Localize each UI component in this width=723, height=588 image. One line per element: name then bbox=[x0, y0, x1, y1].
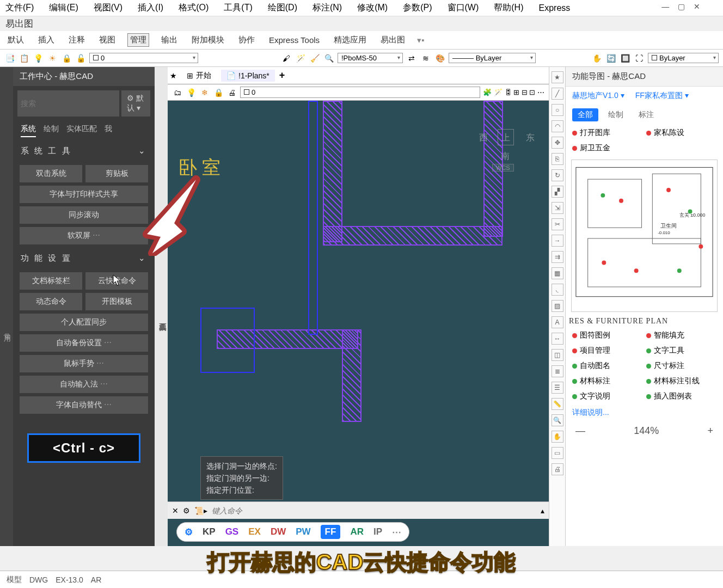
qc-dw[interactable]: DW bbox=[271, 526, 286, 537]
nav-offset-icon[interactable]: ⇉ bbox=[552, 251, 563, 263]
feat-material-leader[interactable]: 材料标注引线 bbox=[646, 376, 712, 386]
ribbon-express[interactable]: Express Tools bbox=[267, 34, 322, 46]
match-icon[interactable]: 🖌 bbox=[281, 53, 292, 64]
btn-auto-ime[interactable]: 自动输入法 bbox=[20, 376, 148, 393]
nav-arc-icon[interactable]: ◠ bbox=[552, 120, 563, 132]
wc-tab-draw[interactable]: 绘制 bbox=[44, 124, 59, 137]
lock2-icon[interactable]: 🔒 bbox=[213, 87, 224, 98]
menu-file[interactable]: 文件(F) bbox=[5, 2, 34, 14]
btn-dynamic-cmd[interactable]: 动态命令 bbox=[20, 293, 82, 310]
nav-star-icon[interactable]: ★ bbox=[552, 71, 563, 83]
ribbon-addons[interactable]: 附加模块 bbox=[189, 34, 226, 46]
chip-draw[interactable]: 绘制 bbox=[603, 108, 629, 121]
btn-dblclick-system[interactable]: 双击系统 bbox=[20, 165, 82, 182]
nav-text-icon[interactable]: A bbox=[552, 316, 563, 328]
btn-font-auto-subst[interactable]: 字体自动替代 bbox=[20, 396, 148, 414]
feat-smart-hatch[interactable]: 智能填充 bbox=[646, 330, 712, 340]
search-mode-dropdown[interactable]: ⚙ 默认 ▾ bbox=[121, 90, 150, 117]
menu-express[interactable]: Express bbox=[538, 3, 570, 13]
layer-dropdown[interactable]: 0 bbox=[89, 53, 198, 63]
layer-extra-icons[interactable]: 🧩 🪄 🎛 ⊞ ⊟ ⊡ ⋯ bbox=[483, 88, 544, 96]
zoom-out-button[interactable]: — bbox=[575, 425, 585, 437]
menu-edit[interactable]: 编辑(E) bbox=[49, 2, 78, 14]
layer-walk-icon[interactable]: 🪄 bbox=[295, 53, 306, 64]
plotstyles-icon[interactable]: 🎨 bbox=[434, 53, 445, 64]
feat-open-library[interactable]: 打开图库 bbox=[572, 128, 638, 138]
ribbon-easyplot[interactable]: 易出图 bbox=[378, 34, 407, 46]
feat-project-mgmt[interactable]: 项目管理 bbox=[572, 346, 638, 356]
drawing-viewport[interactable]: 卧 室 上 西 东 南 WCS bbox=[168, 101, 549, 546]
ribbon-view[interactable]: 视图 bbox=[97, 34, 118, 46]
nav-scale-icon[interactable]: ⇲ bbox=[552, 202, 563, 214]
cmdline-expand-icon[interactable]: ▴ bbox=[541, 506, 544, 515]
nav-layer-icon[interactable]: ≣ bbox=[552, 365, 563, 377]
nav-layout-icon[interactable]: ▭ bbox=[552, 447, 563, 459]
section-function-settings[interactable]: 功 能 设 置⌄ bbox=[13, 248, 155, 269]
qc-kp[interactable]: KP bbox=[203, 526, 216, 537]
layer-manager-icon[interactable]: 📋 bbox=[19, 53, 29, 64]
wcs-badge[interactable]: WCS bbox=[492, 164, 514, 171]
bulb-on-icon[interactable]: 💡 bbox=[33, 53, 44, 64]
nav-circle-icon[interactable]: ○ bbox=[552, 104, 563, 116]
nav-print-icon[interactable]: 🖨 bbox=[552, 463, 563, 475]
purge-icon[interactable]: 🧹 bbox=[309, 53, 320, 64]
layout-tab-dwg[interactable]: DWG bbox=[29, 575, 48, 584]
zoom-in-button[interactable]: + bbox=[707, 425, 713, 437]
linetype-dropdown[interactable]: !PboMS-50 bbox=[338, 53, 403, 63]
menu-view[interactable]: 视图(V) bbox=[94, 2, 122, 14]
sun-icon[interactable]: ☀ bbox=[47, 53, 58, 64]
vtab-common[interactable]: 常 用 bbox=[1, 322, 13, 335]
menu-tools[interactable]: 工具(T) bbox=[224, 2, 252, 14]
layerstate-icon[interactable]: 🗂 bbox=[172, 87, 183, 98]
nav-move-icon[interactable]: ✥ bbox=[552, 137, 563, 149]
nav-measure-icon[interactable]: 📏 bbox=[552, 398, 563, 410]
command-input[interactable] bbox=[212, 506, 536, 515]
qc-ff[interactable]: FF bbox=[321, 525, 341, 539]
feat-symbol-legend[interactable]: 图符图例 bbox=[572, 330, 638, 340]
feat-material-annot[interactable]: 材料标注 bbox=[572, 376, 638, 386]
ribbon-insert[interactable]: 插入 bbox=[36, 34, 57, 46]
nav-props-icon[interactable]: ☰ bbox=[552, 382, 563, 394]
doc-tab-file[interactable]: 📄 !1-Plans* bbox=[221, 70, 275, 82]
btn-doc-tab-bar[interactable]: 文档标签栏 bbox=[20, 272, 82, 290]
qc-ex[interactable]: EX bbox=[248, 526, 261, 537]
qc-pw[interactable]: PW bbox=[296, 526, 310, 537]
zoom-window-icon[interactable]: 🔲 bbox=[620, 53, 630, 64]
btn-sync-scroll[interactable]: 同步滚动 bbox=[20, 206, 148, 224]
detail-link[interactable]: 详细说明... bbox=[566, 405, 723, 421]
layer-quick-dropdown[interactable]: 0 bbox=[240, 87, 480, 98]
nav-block-icon[interactable]: ◫ bbox=[552, 349, 563, 361]
menu-help[interactable]: 帮助(H) bbox=[494, 2, 523, 14]
feat-dim-annot[interactable]: 尺寸标注 bbox=[646, 361, 712, 371]
menu-window[interactable]: 窗口(W) bbox=[448, 2, 479, 14]
layer-state-icon[interactable]: 📑 bbox=[4, 53, 15, 64]
favorite-icon[interactable]: ★ bbox=[170, 71, 177, 80]
nav-extend-icon[interactable]: → bbox=[552, 235, 563, 247]
plan-preview[interactable]: 卫生间 玄关 ±0.000 -0.010 bbox=[571, 160, 718, 312]
nav-mirror-icon[interactable]: ▞ bbox=[552, 186, 563, 198]
menu-format[interactable]: 格式(O) bbox=[179, 2, 209, 14]
new-tab-button[interactable]: + bbox=[279, 70, 285, 81]
wc-tab-entity-match[interactable]: 实体匹配 bbox=[66, 124, 97, 137]
wc-tab-me[interactable]: 我 bbox=[105, 124, 112, 137]
nav-zoom-icon[interactable]: 🔍 bbox=[552, 414, 563, 426]
menu-dimension[interactable]: 标注(N) bbox=[313, 2, 342, 14]
btn-clipboard[interactable]: 剪贴板 bbox=[85, 165, 148, 182]
ribbon-overflow-icon[interactable]: ▾▪ bbox=[417, 35, 424, 45]
menu-insert[interactable]: 插入(I) bbox=[138, 2, 163, 14]
ribbon-annotate[interactable]: 注释 bbox=[66, 34, 87, 46]
plot-icon[interactable]: 🖨 bbox=[226, 87, 237, 98]
menu-draw[interactable]: 绘图(D) bbox=[268, 2, 297, 14]
layout-tab-ex13[interactable]: EX-13.0 bbox=[56, 575, 83, 584]
nav-dim-icon[interactable]: ↔ bbox=[552, 333, 563, 345]
pan-icon[interactable]: ✋ bbox=[591, 53, 602, 64]
lineweight-dropdown[interactable]: ——— ByLayer bbox=[449, 53, 536, 63]
feat-insert-legend-table[interactable]: 插入图例表 bbox=[646, 391, 712, 401]
nav-copy-icon[interactable]: ⎘ bbox=[552, 153, 563, 165]
feat-auto-title[interactable]: 自动图名 bbox=[572, 361, 638, 371]
viewcube[interactable]: 上 西 东 南 WCS bbox=[476, 107, 536, 167]
btn-soft-dual-screen[interactable]: 软双屏 bbox=[20, 227, 148, 244]
lweight-icon[interactable]: ≋ bbox=[420, 53, 431, 64]
ribbon-featured[interactable]: 精选应用 bbox=[332, 34, 369, 46]
orbit-icon[interactable]: 🔄 bbox=[605, 53, 616, 64]
